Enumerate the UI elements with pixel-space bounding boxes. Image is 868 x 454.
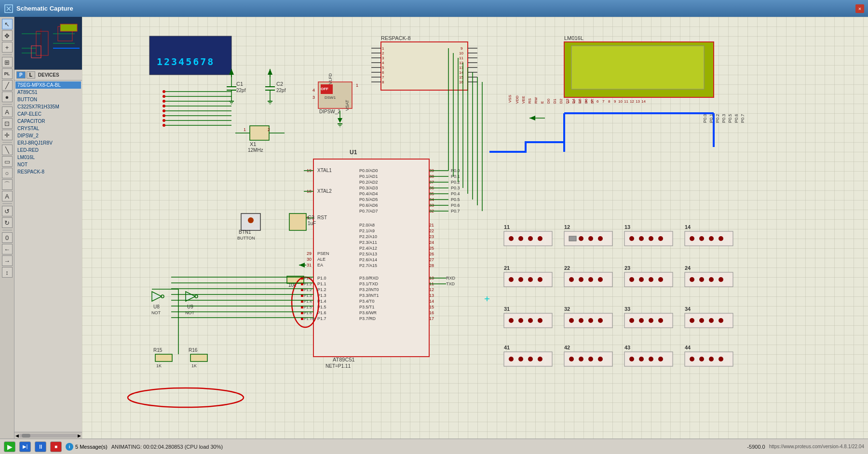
play-step-button[interactable]: ▶| <box>19 441 31 452</box>
svg-text:31: 31 <box>307 263 312 267</box>
svg-point-388 <box>579 357 583 361</box>
device-item-6[interactable]: CRYSTAL <box>15 125 81 132</box>
svg-rect-233 <box>289 214 306 230</box>
svg-text:12345678: 12345678 <box>157 56 215 67</box>
pl-tool[interactable]: PL <box>2 68 13 79</box>
device-item-10[interactable]: LM016L <box>15 154 81 161</box>
svg-text:P1.7: P1.7 <box>317 316 326 321</box>
cross-tool[interactable]: ✛ <box>2 130 13 140</box>
play-button[interactable]: ▶ <box>4 441 15 452</box>
svg-text:9: 9 <box>614 99 616 104</box>
component-tool[interactable]: ⊡ <box>2 118 13 129</box>
svg-point-385 <box>528 357 533 361</box>
svg-text:OFF: OFF <box>321 87 328 91</box>
schematic-svg[interactable]: 12345678 RESPACK-8 LM016L <box>82 17 868 439</box>
wire-tool[interactable]: ╱ <box>2 80 13 91</box>
statusbar: ▶ ▶| ⏸ ■ i 5 Message(s) ANIMATING: 00:02… <box>0 439 868 454</box>
line-tool[interactable]: ╲ <box>2 145 13 155</box>
svg-point-368 <box>639 318 644 323</box>
devices-list: 7SEG-MPX8-CA-BL AT89C51 BUTTON C3225X7R1… <box>14 80 82 432</box>
svg-text:VLFD: VLFD <box>328 73 333 84</box>
svg-text:1: 1 <box>244 127 246 132</box>
device-item-3[interactable]: C3225X7R1H335M <box>15 103 81 110</box>
label-tool[interactable]: A <box>2 107 13 117</box>
svg-text:31: 31 <box>504 306 510 312</box>
svg-point-390 <box>598 357 603 361</box>
circle-tool[interactable]: ○ <box>2 168 13 178</box>
move-tool[interactable]: ✥ <box>2 30 13 41</box>
device-item-12[interactable]: RESPACK-8 <box>15 168 81 175</box>
stop-button[interactable]: ■ <box>50 441 62 452</box>
svg-point-392 <box>639 357 644 361</box>
svg-text:P3.4/T0: P3.4/T0 <box>359 299 375 304</box>
svg-point-342 <box>598 277 603 282</box>
svg-text:10: 10 <box>459 51 463 55</box>
btn-p[interactable]: P <box>16 71 26 79</box>
device-item-5[interactable]: CAPACITOR <box>15 118 81 125</box>
info-icon: i <box>66 443 73 451</box>
svg-point-316 <box>588 236 593 241</box>
pause-button[interactable]: ⏸ <box>35 441 46 452</box>
svg-text:XTAL2: XTAL2 <box>317 188 332 194</box>
device-item-9[interactable]: LED-RED <box>15 147 81 154</box>
rotate-cw-tool[interactable]: ↻ <box>2 217 13 228</box>
animation-status: ANIMATING: 00:02:04.280853 (CPU load 30%… <box>111 444 425 450</box>
junction-tool[interactable]: ● <box>2 92 13 102</box>
svg-point-286 <box>163 124 165 127</box>
svg-point-395 <box>690 357 694 361</box>
svg-text:11: 11 <box>459 56 463 60</box>
svg-text:44: 44 <box>685 345 691 350</box>
svg-text:P0.6: P0.6 <box>451 203 460 208</box>
svg-text:3: 3 <box>382 56 384 60</box>
zoom-fit-tool[interactable]: 0 <box>2 232 13 243</box>
device-item-7[interactable]: DIPSW_2 <box>15 132 81 139</box>
bus-tool[interactable]: ⊞ <box>2 57 13 67</box>
rotate-ccw-tool[interactable]: ↺ <box>2 206 13 216</box>
pan-updown-tool[interactable]: ↕ <box>2 267 13 278</box>
scroll-left-btn[interactable]: ◀ <box>15 433 19 438</box>
close-button[interactable]: × <box>855 4 864 13</box>
svg-text:DSW1: DSW1 <box>325 95 336 100</box>
svg-text:1: 1 <box>382 46 384 51</box>
svg-rect-251 <box>190 354 207 361</box>
device-item-0[interactable]: 7SEG-MPX8-CA-BL <box>15 81 81 89</box>
btn-l[interactable]: L <box>27 71 35 79</box>
pan-left-tool[interactable]: ← <box>2 244 13 254</box>
svg-text:P0.7/AD7: P0.7/AD7 <box>359 209 378 214</box>
device-item-8[interactable]: ERJ-8RQJ1R8V <box>15 139 81 147</box>
svg-marker-244 <box>186 292 195 301</box>
hscrollbar[interactable]: ◀ ▶ <box>14 432 82 439</box>
svg-text:E: E <box>540 101 544 104</box>
device-item-4[interactable]: CAP-ELEC <box>15 110 81 118</box>
scroll-right-btn[interactable]: ▶ <box>78 433 81 438</box>
svg-text:VDD: VDD <box>515 95 519 104</box>
hscroll-thumb[interactable] <box>22 434 30 438</box>
svg-text:DIPSW_2: DIPSW_2 <box>319 109 340 114</box>
svg-point-279 <box>163 90 165 93</box>
select-tool[interactable]: ↖ <box>2 19 13 29</box>
svg-text:1: 1 <box>356 83 358 88</box>
device-item-11[interactable]: NOT <box>15 161 81 168</box>
url-text: https://www.proteus.com/version-4.8.1/22… <box>769 444 864 449</box>
rect-tool[interactable]: ▭ <box>2 156 13 167</box>
svg-point-282 <box>163 105 165 107</box>
arc-tool[interactable]: ⌒ <box>2 179 13 190</box>
svg-point-343 <box>629 277 634 282</box>
schematic-canvas[interactable]: 12345678 RESPACK-8 LM016L <box>82 17 868 439</box>
pan-right-tool[interactable]: → <box>2 255 13 266</box>
add-wire-tool[interactable]: + <box>2 42 13 53</box>
svg-text:P3.6/WR: P3.6/WR <box>359 310 377 315</box>
svg-text:26: 26 <box>429 252 434 256</box>
svg-text:1K: 1K <box>156 363 162 368</box>
text-tool[interactable]: A <box>2 191 13 201</box>
svg-text:U1: U1 <box>350 149 357 156</box>
device-item-1[interactable]: AT89C51 <box>15 89 81 96</box>
svg-text:P3.2/INT0: P3.2/INT0 <box>359 287 379 292</box>
svg-text:22pf: 22pf <box>236 88 246 93</box>
device-item-2[interactable]: BUTTON <box>15 96 81 103</box>
main-layout: ↖ ✥ + ⊞ PL ╱ ● A ⊡ ✛ ╲ ▭ ○ ⌒ A ↺ ↻ 0 ← →… <box>0 17 868 439</box>
svg-point-374 <box>719 318 723 323</box>
hscroll-track[interactable] <box>19 434 78 438</box>
svg-text:P3.1/TXD: P3.1/TXD <box>359 281 379 286</box>
svg-point-386 <box>538 357 542 361</box>
